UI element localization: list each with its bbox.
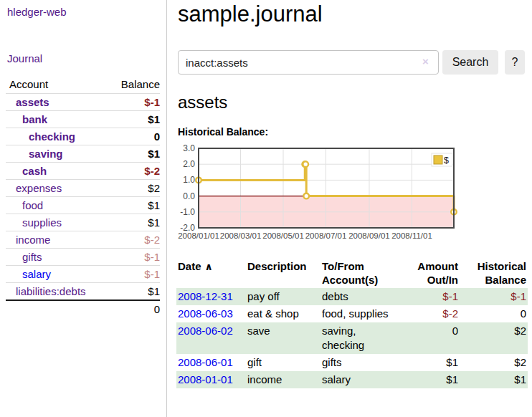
accounts-header-balance: Balance	[110, 76, 160, 94]
account-cell: checking	[6, 128, 110, 145]
account-cell: gifts	[6, 249, 110, 266]
register-col-to: To/From Account(s)	[320, 258, 407, 288]
account-row: bank$1	[6, 111, 160, 128]
account-balance: $-1	[110, 249, 160, 266]
sidebar-item-journal[interactable]: Journal	[7, 52, 42, 64]
register-amount-cell: $-2	[407, 305, 460, 322]
account-cell: supplies	[6, 214, 110, 231]
register-row: 2008-01-01incomesalary$1$1	[176, 371, 528, 388]
historical-balance-chart: $3.02.01.00.0-1.0-2.02008/01/012008/03/0…	[178, 140, 529, 246]
account-row: salary$-1	[6, 266, 160, 283]
account-link-salary[interactable]: salary	[22, 268, 51, 280]
total-spacer	[6, 300, 110, 317]
svg-text:-1.0: -1.0	[180, 207, 195, 217]
svg-text:$: $	[444, 155, 449, 166]
account-row: gifts$-1	[6, 249, 160, 266]
register-date-cell: 2008-12-31	[176, 288, 246, 305]
sidebar: hledger-web Journal Account Balance asse…	[0, 0, 167, 417]
register-col-amount: Amount Out/In	[407, 258, 460, 288]
transaction-date-link[interactable]: 2008-12-31	[178, 290, 233, 302]
search-input[interactable]	[178, 50, 439, 75]
register-amount-cell: $1	[407, 354, 460, 371]
account-link-income[interactable]: income	[16, 234, 50, 246]
register-col-historical: Historical Balance	[460, 258, 528, 288]
register-balance-cell: 0	[460, 305, 528, 322]
account-link-gifts[interactable]: gifts	[22, 251, 42, 263]
register-row: 2008-06-01giftgifts$1$2	[176, 354, 528, 371]
register-balance-cell: $2	[460, 322, 528, 354]
brand-link[interactable]: hledger-web	[7, 6, 67, 18]
register-row: 2008-12-31pay offdebts$-1$-1	[176, 288, 528, 305]
accounts-total-row: 0	[6, 300, 160, 317]
accounts-header-row: Account Balance	[6, 76, 160, 94]
chart-title: Historical Balance:	[178, 126, 268, 138]
register-accounts-cell: salary	[320, 371, 407, 388]
account-cell: expenses	[6, 180, 110, 197]
account-balance: $2	[110, 180, 160, 197]
account-row: food$1	[6, 197, 160, 214]
account-cell: liabilities:debts	[6, 283, 110, 301]
register-row: 2008-06-02savesaving, checking0$2	[176, 322, 528, 354]
account-link-food[interactable]: food	[22, 199, 43, 211]
account-link-checking[interactable]: checking	[29, 130, 75, 143]
account-row: expenses$2	[6, 180, 160, 197]
transaction-date-link[interactable]: 2008-06-03	[178, 307, 233, 320]
account-row: saving$1	[6, 145, 160, 163]
transaction-date-link[interactable]: 2008-01-01	[178, 373, 233, 385]
page-title: sample.journal	[178, 0, 323, 29]
register-col-date[interactable]: Date∧	[176, 258, 246, 288]
register-description-cell: pay off	[246, 288, 320, 305]
account-balance: $1	[110, 111, 160, 128]
account-cell: saving	[6, 145, 110, 163]
svg-text:2008/11/01: 2008/11/01	[391, 231, 432, 240]
register-accounts-cell: food, supplies	[320, 305, 407, 322]
svg-text:2008/07/01: 2008/07/01	[305, 231, 347, 240]
accounts-header-account: Account	[6, 76, 110, 94]
svg-text:2008/01/01: 2008/01/01	[178, 231, 219, 240]
account-link-liabilities-debts[interactable]: liabilities:debts	[16, 285, 86, 297]
account-balance: 0	[110, 128, 160, 145]
account-cell: bank	[6, 111, 110, 128]
register-date-cell: 2008-06-01	[176, 354, 246, 371]
account-balance: $1	[110, 145, 160, 163]
account-row: income$-2	[6, 231, 160, 249]
register-amount-cell: $1	[407, 371, 460, 388]
register-row: 2008-06-03eat & shopfood, supplies$-20	[176, 305, 528, 322]
account-balance: $1	[110, 283, 160, 301]
account-cell: assets	[6, 94, 110, 111]
account-balance: $-2	[110, 163, 160, 180]
register-col-description: Description	[246, 258, 320, 288]
register-description-cell: eat & shop	[246, 305, 320, 322]
transaction-date-link[interactable]: 2008-06-01	[178, 356, 233, 368]
register-date-cell: 2008-06-02	[176, 322, 246, 354]
account-cell: cash	[6, 163, 110, 180]
account-link-supplies[interactable]: supplies	[22, 216, 62, 229]
register-amount-cell: 0	[407, 322, 460, 354]
clear-search-icon[interactable]: ×	[422, 56, 429, 67]
hledger-web-app: hledger-web Journal Account Balance asse…	[0, 0, 532, 417]
account-rows: assets$-1bank$1checking0saving$1cash$-2e…	[6, 94, 160, 318]
account-cell: income	[6, 231, 110, 249]
account-link-assets[interactable]: assets	[16, 96, 49, 108]
svg-text:2008/09/01: 2008/09/01	[348, 231, 390, 240]
account-link-bank[interactable]: bank	[22, 113, 47, 125]
register-date-cell: 2008-01-01	[176, 371, 246, 388]
register-accounts-cell: saving, checking	[320, 322, 407, 354]
transaction-date-link[interactable]: 2008-06-02	[178, 325, 233, 337]
account-row: supplies$1	[6, 214, 160, 231]
svg-text:2.0: 2.0	[183, 159, 195, 169]
help-button[interactable]: ?	[505, 50, 525, 75]
accounts-total-balance: 0	[110, 300, 160, 317]
search-button[interactable]: Search	[442, 50, 498, 75]
account-balance: $1	[110, 214, 160, 231]
account-link-saving[interactable]: saving	[29, 148, 63, 160]
register-header-row: Date∧DescriptionTo/From Account(s)Amount…	[176, 258, 528, 288]
sort-ascending-icon: ∧	[205, 261, 213, 272]
register-description-cell: income	[246, 371, 320, 388]
register-amount-cell: $-1	[407, 288, 460, 305]
account-cell: salary	[6, 266, 110, 283]
account-link-expenses[interactable]: expenses	[16, 182, 62, 194]
register-table: Date∧DescriptionTo/From Account(s)Amount…	[176, 258, 528, 388]
svg-text:0.0: 0.0	[183, 191, 195, 201]
account-link-cash[interactable]: cash	[22, 165, 47, 177]
